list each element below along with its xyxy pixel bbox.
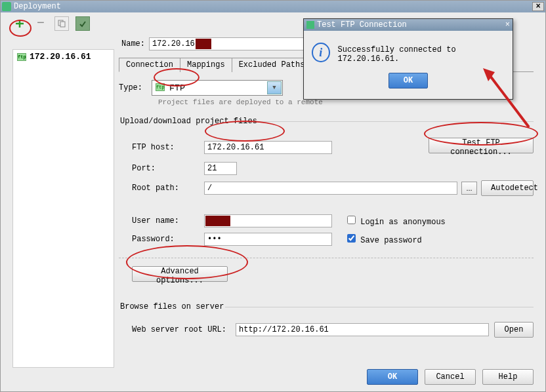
add-button[interactable] (12, 16, 27, 31)
type-select[interactable]: FTP (152, 80, 283, 96)
test-connection-button[interactable]: Test FTP connection... (429, 138, 534, 153)
root-path-label: Root path: (132, 184, 179, 193)
ftp-icon: ftp (156, 83, 165, 91)
port-label: Port: (132, 164, 156, 173)
save-password-checkbox[interactable] (347, 234, 356, 243)
popup-message: Successfully connected to 172.20.16.61. (338, 43, 505, 64)
popup-ok-button[interactable]: OK (388, 73, 428, 88)
ok-button[interactable]: OK (367, 369, 418, 385)
server-tree-item[interactable]: ftp 172.20.16.61 (13, 50, 114, 64)
server-tree-item-label: 172.20.16.61 (30, 52, 91, 62)
name-label: Name: (119, 39, 149, 49)
ftp-host-label: FTP host: (132, 143, 175, 152)
port-input[interactable] (204, 162, 237, 175)
popup-title: Test FTP Connection (317, 20, 407, 29)
tab-excluded-paths[interactable]: Excluded Paths (232, 58, 312, 72)
username-label: User name: (132, 216, 179, 225)
redacted-block (196, 39, 211, 49)
server-tree[interactable]: ftp 172.20.16.61 (12, 49, 114, 368)
ftp-host-input[interactable] (204, 141, 332, 154)
login-anonymous-row[interactable]: Login as anonymous (347, 218, 446, 227)
upload-legend: Upload/download project files (119, 117, 259, 126)
copy-button[interactable] (54, 16, 69, 31)
login-anonymous-label: Login as anonymous (360, 218, 446, 227)
app-icon (306, 21, 314, 29)
tab-connection[interactable]: Connection (119, 58, 180, 72)
test-connection-dialog: Test FTP Connection × i Successfully con… (303, 18, 513, 100)
browse-legend: Browse files on server (119, 302, 225, 311)
close-icon[interactable]: × (532, 2, 544, 11)
app-icon (2, 2, 11, 11)
help-button[interactable]: Help (482, 369, 534, 385)
cancel-button[interactable]: Cancel (425, 369, 476, 385)
open-url-button[interactable]: Open (494, 322, 534, 338)
info-icon: i (312, 43, 330, 62)
password-input[interactable] (204, 233, 332, 246)
browse-root-button[interactable]: ... (461, 182, 477, 195)
type-label: Type: (119, 83, 152, 92)
save-password-row[interactable]: Save password (347, 236, 422, 245)
confirm-button[interactable] (75, 16, 90, 31)
popup-close-icon[interactable]: × (505, 20, 510, 29)
root-path-input[interactable] (204, 182, 457, 195)
web-url-input[interactable] (236, 323, 489, 336)
window-title: Deployment (14, 2, 61, 11)
password-label: Password: (132, 235, 175, 244)
save-password-label: Save password (360, 236, 422, 245)
tab-mappings[interactable]: Mappings (180, 58, 232, 72)
ftp-icon: ftp (17, 53, 26, 61)
login-anonymous-checkbox[interactable] (347, 216, 356, 224)
web-url-label: Web server root URL: (132, 325, 236, 334)
advanced-options-button[interactable]: Advanced options... (132, 266, 228, 282)
svg-rect-3 (60, 22, 65, 27)
chevron-down-icon: ▼ (267, 81, 282, 94)
remove-button[interactable]: − (33, 16, 48, 31)
autodetect-button[interactable]: Autodetect (481, 180, 534, 196)
